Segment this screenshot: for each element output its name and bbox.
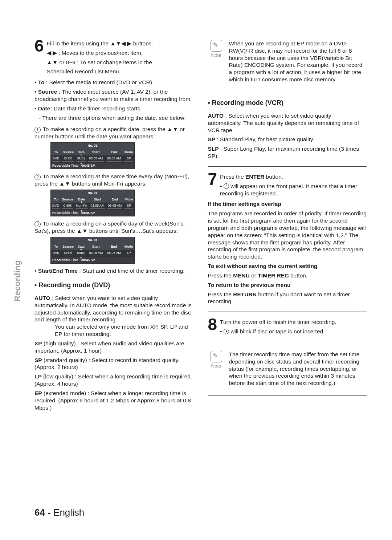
step8-bullet: • will blink if disc or tape is not inse…	[220, 328, 367, 335]
vcr-auto: AUTO : Select when you want to set video…	[208, 112, 367, 134]
step8-line1: Turn the power off to finish the timer r…	[220, 318, 367, 326]
step6-line4: Scheduled Record List Menu.	[47, 68, 193, 75]
bullet-source: • Source : The video input source (AV 1,…	[34, 88, 193, 103]
pencil-icon	[211, 40, 222, 52]
divider	[208, 312, 367, 312]
schedule-table-3: No. 01 ToSourceDateStartEndMode DVD CH06…	[50, 237, 135, 264]
left-column: 6 Fill in the items using the ▲▼◀ ▶ butt…	[34, 40, 193, 413]
bullet-date: • Date: Date that the timer recording st…	[34, 105, 193, 112]
clock-icon	[224, 329, 229, 334]
divider	[208, 166, 367, 167]
dvd-mode-title: • Recording mode (DVD)	[34, 281, 193, 289]
opt3: 3 To make a recording on a specific day …	[34, 220, 193, 235]
bullet-to: • To : Select the media to record (DVD o…	[34, 79, 193, 86]
dvd-sp: SP (standard quality) : Select to record…	[34, 357, 193, 371]
right-column: Note When you are recording at EP mode o…	[208, 40, 367, 413]
step6-line3: ▲▼ or 0~9 : To set or change items in th…	[47, 59, 193, 66]
schedule-table-2: No. 01 ToSourceDateStartEndMode DVD CH06…	[50, 190, 135, 216]
schedule-table-1: No. 01 ToSourceDateStartEndMode DVD CH06…	[50, 142, 135, 169]
note1-text: When you are recording at EP mode on a D…	[229, 40, 367, 83]
vcr-slp: SLP : Super Long Play, for maximum recor…	[208, 145, 367, 160]
opt1: 1 To make a recording on a specific date…	[34, 126, 193, 140]
overlap-title: If the timer settings overlap	[208, 200, 367, 208]
exit-title: To exit without saving the current setti…	[208, 263, 367, 270]
dvd-ep: EP (extended mode) : Select when a longe…	[34, 390, 193, 411]
bullet-startend: • Start/End Time : Start and end time of…	[34, 267, 193, 275]
content-columns: 6 Fill in the items using the ▲▼◀ ▶ butt…	[34, 40, 367, 413]
divider	[208, 344, 367, 344]
step7-bullet: • will appear on the front panel. It mea…	[220, 183, 367, 197]
note-label: Note	[211, 363, 221, 369]
dvd-auto: AUTO : Select when you want to set video…	[34, 295, 193, 338]
date-sub: - There are three options when setting t…	[39, 114, 193, 122]
step-number: 8	[208, 317, 217, 337]
step6-line2: ◀ ▶ : Moves to the previous/next item,	[47, 49, 193, 57]
clock-icon	[224, 183, 229, 189]
step-6: 6 Fill in the items using the ▲▼◀ ▶ butt…	[34, 40, 193, 77]
pencil-icon	[211, 351, 222, 362]
return-title: To return to the previous menu	[208, 281, 367, 289]
manual-page: Recording 6 Fill in the items using the …	[0, 0, 392, 540]
return-body: Press the RETURN button if you don't wan…	[208, 291, 367, 305]
note-timer-diff: Note The timer recording time may differ…	[208, 351, 367, 389]
note2-text: The timer recording time may differ from…	[229, 351, 367, 387]
vcr-sp: SP : Standard Play, for best picture qua…	[208, 136, 367, 143]
vcr-mode-title: • Recording mode (VCR)	[208, 99, 367, 107]
step-number: 6	[34, 38, 44, 77]
opt2: 2 To make a recording at the same time e…	[34, 173, 193, 187]
step6-line1: Fill in the items using the ▲▼◀ ▶ button…	[47, 40, 193, 47]
note-ep-mode: Note When you are recording at EP mode o…	[208, 40, 367, 85]
step-7: 7 Press the ENTER button. • will appear …	[208, 173, 367, 199]
section-tab: Recording	[13, 260, 22, 301]
overlap-body: The programs are recorded in order of pr…	[208, 210, 367, 260]
step-8: 8 Turn the power off to finish the timer…	[208, 318, 367, 337]
step7-line1: Press the ENTER button.	[220, 173, 367, 180]
dvd-lp: LP (low quality) : Select when a long re…	[34, 373, 193, 387]
divider	[208, 395, 367, 396]
note-label: Note	[211, 52, 221, 58]
step-number: 7	[208, 172, 217, 199]
exit-body: Press the MENU or TIMER REC button.	[208, 272, 367, 279]
page-footer: 64 - English	[34, 507, 84, 518]
dvd-xp: XP (high quality) : Select when audio an…	[34, 340, 193, 354]
divider	[208, 92, 367, 92]
